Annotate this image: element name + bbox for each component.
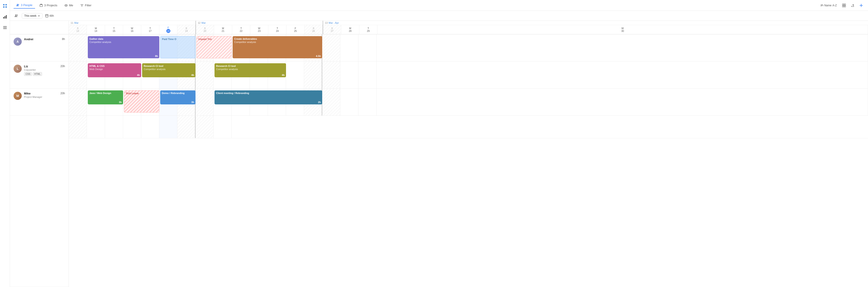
view-icon xyxy=(842,4,846,7)
event-research-ci-1[interactable]: Research CI tool Competitor analysis 4h xyxy=(142,63,195,77)
day-t15[interactable]: T15 xyxy=(105,25,123,34)
sort-name-label: Name xyxy=(824,4,832,7)
svg-rect-4 xyxy=(3,17,4,19)
this-week-button[interactable]: This week xyxy=(22,13,42,19)
day-t17[interactable]: T17 xyxy=(141,25,159,34)
mike-role: Project Manager xyxy=(24,96,58,98)
event-client-title: Client meeting / Rebranding xyxy=(216,92,321,95)
andrei-name: Andrei xyxy=(24,37,60,41)
sidebar-grid-icon[interactable] xyxy=(2,3,8,9)
event-demo-rebranding[interactable]: Demo / Rebranding 3h xyxy=(160,91,195,104)
day-w30[interactable]: W30 xyxy=(377,25,868,34)
day-s26[interactable]: S26 xyxy=(305,25,323,34)
week-11-month: Mar xyxy=(74,22,79,24)
app-container: 3 People 3 Projects Me xyxy=(0,0,868,287)
event-demo-hours: 3h xyxy=(191,101,194,104)
week-12-header: 12 Mar S20 M21 T22 W23 T24 F25 S26 xyxy=(196,21,323,34)
event-java-hours: 3h xyxy=(119,101,122,104)
event-unpaid-time[interactable]: Unpaid Tim xyxy=(196,36,232,58)
day-m21[interactable]: M21 xyxy=(214,25,232,34)
svg-rect-5 xyxy=(4,16,5,19)
week-12-month: Mar xyxy=(202,22,206,24)
tab-filter[interactable]: Filter xyxy=(78,2,94,8)
svg-point-15 xyxy=(66,5,66,6)
day-t29[interactable]: T29 xyxy=(359,25,377,34)
event-client-meeting[interactable]: Client meeting / Rebranding 2h xyxy=(215,91,322,104)
chevron-down-icon xyxy=(38,15,40,17)
tab-me-label: Me xyxy=(69,4,73,7)
day-s20[interactable]: S20 xyxy=(196,25,214,34)
toolbar: This week 48h xyxy=(10,11,868,21)
day-f25[interactable]: F25 xyxy=(286,25,305,34)
svg-rect-16 xyxy=(842,4,844,5)
week-12-label: 12 xyxy=(198,22,200,24)
clock-icon xyxy=(45,14,49,17)
svg-rect-0 xyxy=(3,4,4,5)
day-m14[interactable]: M14 xyxy=(87,25,105,34)
event-gather-data-sub: Competitor analysis xyxy=(89,40,158,44)
svg-rect-19 xyxy=(844,6,846,7)
svg-point-10 xyxy=(17,4,18,5)
week-13-month: Mar - Apr xyxy=(329,22,339,24)
export-icon xyxy=(851,4,855,7)
mike-details: Mike Project Manager xyxy=(24,92,58,98)
svg-rect-22 xyxy=(45,14,48,17)
sidebar-list-icon[interactable] xyxy=(2,25,8,31)
event-html-css[interactable]: HTML & CSS Web Design 4h xyxy=(88,63,141,77)
event-gather-data[interactable]: Gather data Competitor analysis 8h xyxy=(88,36,159,58)
event-java-web[interactable]: Java / Web Design 3h xyxy=(88,91,123,104)
day-f18-today[interactable]: F18 xyxy=(159,25,177,34)
day-w23[interactable]: W23 xyxy=(250,25,268,34)
tab-projects[interactable]: 3 Projects xyxy=(37,2,60,8)
cell-w30 xyxy=(376,34,868,61)
day-m28[interactable]: M28 xyxy=(341,25,359,34)
sidebar-chart-icon[interactable] xyxy=(2,13,8,20)
event-deliverables-title: Create deliverables xyxy=(234,37,321,40)
sort-icon xyxy=(820,4,824,7)
event-research-ci-2[interactable]: Research CI tool Competitor analysis 4h xyxy=(215,63,286,77)
svg-rect-18 xyxy=(842,6,844,7)
svg-rect-1 xyxy=(5,4,7,5)
tab-people[interactable]: 3 People xyxy=(13,2,35,9)
tab-people-label: 3 People xyxy=(21,3,32,7)
svg-rect-9 xyxy=(3,29,7,29)
day-t24[interactable]: T24 xyxy=(268,25,286,34)
svg-rect-3 xyxy=(5,6,7,8)
avatar-liz: L xyxy=(13,65,22,73)
event-research-ci2-title: Research CI tool xyxy=(216,64,284,68)
day-s19[interactable]: S19 xyxy=(177,25,195,34)
sort-button[interactable]: Name A-Z xyxy=(818,3,839,8)
tag-html: HTML xyxy=(33,72,42,76)
cell-t29 xyxy=(359,34,376,61)
export-button[interactable] xyxy=(849,2,856,9)
day-w16[interactable]: W16 xyxy=(123,25,141,34)
projects-icon xyxy=(40,4,43,7)
event-create-deliverables[interactable]: Create deliverables Competitor analysis … xyxy=(232,36,322,58)
week-13-header: 13 Mar - Apr S27 M28 T29 W30 xyxy=(323,21,868,34)
event-gather-data-title: Gather data xyxy=(89,37,158,40)
andrei-details: Andrei xyxy=(24,37,60,41)
tab-filter-label: Filter xyxy=(85,4,91,7)
mike-timeline-row: Java / Web Design 3h Sick Leave xyxy=(69,88,868,116)
event-html-css-title: HTML & CSS xyxy=(89,64,140,68)
calendar-area: A Andrei 8h L Liz Copywriter CSS H xyxy=(10,21,868,287)
event-paid-time-off[interactable]: Paid Time O xyxy=(160,36,195,58)
day-s13[interactable]: S13 xyxy=(69,25,87,34)
svg-rect-7 xyxy=(3,26,7,27)
add-button[interactable] xyxy=(858,2,864,9)
view-toggle-button[interactable] xyxy=(841,2,847,9)
day-s27[interactable]: S27 xyxy=(323,25,341,34)
topbar-right: Name A-Z xyxy=(818,2,864,9)
week-11-label: 11 xyxy=(71,22,73,24)
event-research-ci1-sub: Competitor analysis xyxy=(144,68,194,71)
timeline-scroll[interactable]: 11 Mar S13 M14 T15 W16 T17 F18 S19 xyxy=(69,21,868,287)
event-sick-leave[interactable]: Sick Leave xyxy=(124,91,159,112)
event-html-css-sub: Web Design xyxy=(89,68,140,71)
people-list: A Andrei 8h L Liz Copywriter CSS H xyxy=(10,21,69,287)
tab-me[interactable]: Me xyxy=(62,2,76,8)
day-t22[interactable]: T22 xyxy=(232,25,250,34)
week-13-days: S27 M28 T29 W30 xyxy=(323,25,868,34)
event-gather-data-hours: 8h xyxy=(155,55,158,58)
sidebar xyxy=(0,0,10,287)
total-hours-label: 48h xyxy=(49,14,54,17)
